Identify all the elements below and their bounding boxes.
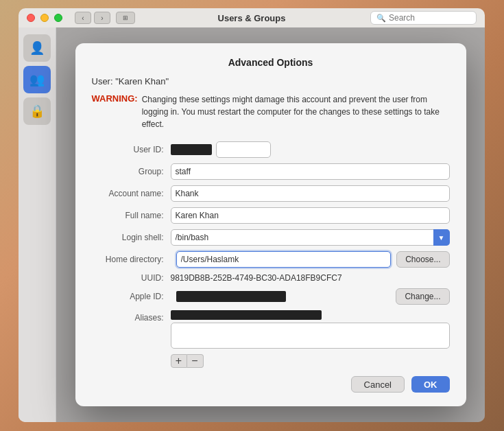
apple-id-label: Apple ID: [92,292,171,301]
remove-alias-button[interactable]: − [187,354,204,368]
account-name-row: Account name: [92,185,450,202]
window-title: Users & Groups [218,13,286,23]
search-box[interactable]: 🔍 [370,11,477,25]
nav-buttons: ‹ › [75,12,110,24]
grid-button[interactable]: ⊞ [116,12,135,24]
uuid-value: 9819DB8B-252B-4749-BC30-ADA18FB9CFC7 [171,273,342,283]
sidebar-item-1[interactable]: 👤 [23,34,51,62]
choose-button[interactable]: Choose... [396,251,449,268]
aliases-container [171,310,450,349]
user-id-label: User ID: [92,145,171,154]
user-id-input[interactable] [216,141,271,158]
uuid-label: UUID: [92,273,171,283]
group-row: Group: [92,163,450,180]
add-alias-button[interactable]: + [171,354,187,368]
close-button[interactable] [27,14,35,22]
user-id-redacted [171,144,212,155]
minimize-button[interactable] [40,14,49,22]
search-input[interactable] [389,13,471,23]
sidebar-item-3[interactable]: 🔒 [23,97,51,125]
add-remove-row: + − [171,354,450,368]
login-shell-label: Login shell: [92,233,171,242]
home-directory-row: Home directory: Choose... [92,251,450,268]
title-bar: ‹ › ⊞ Users & Groups 🔍 [19,8,485,27]
warning-box: WARNING: Changing these settings might d… [92,93,450,130]
ok-button[interactable]: OK [411,376,450,393]
user-label: User: "Karen Khan" [92,76,450,86]
group-label: Group: [92,167,171,176]
full-name-label: Full name: [92,211,171,220]
forward-button[interactable]: › [94,12,110,24]
main-content: Advanced Options User: "Karen Khan" WARN… [56,27,485,422]
dialog-title: Advanced Options [92,57,450,68]
full-name-row: Full name: [92,207,450,224]
uuid-row: UUID: 9819DB8B-252B-4749-BC30-ADA18FB9CF… [92,273,450,283]
title-bar-left: ‹ › ⊞ [27,12,135,24]
sidebar-icon-3: 🔒 [29,104,45,119]
apple-id-row: Apple ID: Change... [92,288,450,305]
title-bar-right: 🔍 [370,11,477,25]
sidebar: 👤 👥 🔒 [19,27,56,422]
aliases-row: Aliases: [92,310,450,349]
home-directory-input[interactable] [176,251,392,268]
group-input[interactable] [171,163,450,180]
sidebar-item-2[interactable]: 👥 [23,66,51,93]
modal-overlay: Advanced Options User: "Karen Khan" WARN… [56,27,485,422]
account-name-label: Account name: [92,189,171,198]
login-shell-wrapper: /bin/bash /bin/zsh /bin/sh ▼ [171,229,450,246]
sidebar-icon-2: 👥 [29,72,45,87]
account-name-input[interactable] [171,185,450,202]
home-directory-label: Home directory: [92,255,171,264]
advanced-options-dialog: Advanced Options User: "Karen Khan" WARN… [75,43,466,406]
warning-label: WARNING: [92,93,138,130]
apple-id-redacted [176,291,286,302]
cancel-button[interactable]: Cancel [351,376,405,393]
change-button[interactable]: Change... [396,288,449,305]
login-shell-row: Login shell: /bin/bash /bin/zsh /bin/sh … [92,229,450,246]
login-shell-select[interactable]: /bin/bash /bin/zsh /bin/sh [171,229,450,246]
back-button[interactable]: ‹ [75,12,91,24]
search-icon: 🔍 [376,14,386,23]
dialog-footer: Cancel OK [92,376,450,393]
warning-text: Changing these settings might damage thi… [142,93,450,130]
sidebar-icon-1: 👤 [29,40,45,56]
aliases-redacted [171,310,322,320]
aliases-label: Aliases: [92,310,171,323]
maximize-button[interactable] [54,14,62,22]
full-name-input[interactable] [171,207,450,224]
shell-chevron-icon: ▼ [433,229,450,246]
window-body: 👤 👥 🔒 Advanced Options User: "Karen Khan… [19,27,485,422]
aliases-input[interactable] [171,323,450,349]
user-id-row: User ID: [92,141,450,158]
